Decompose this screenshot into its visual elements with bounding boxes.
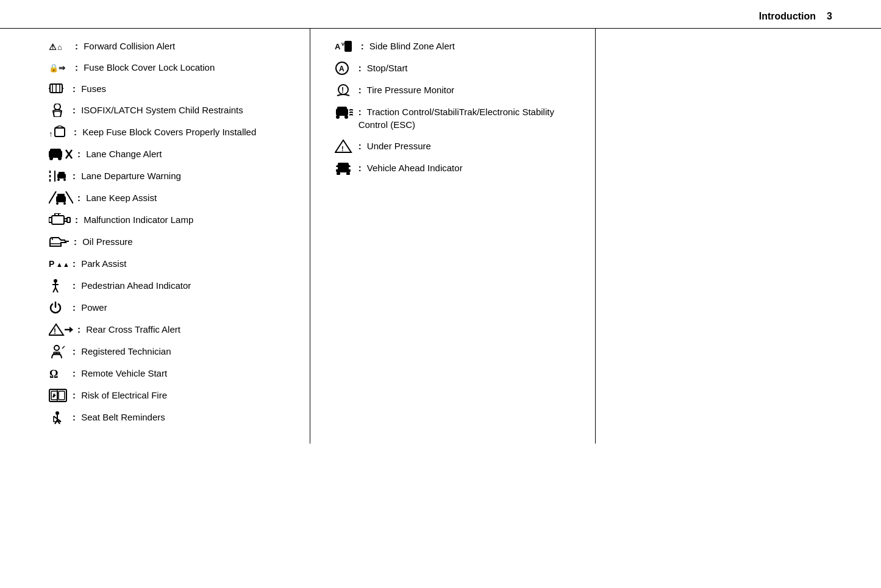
stop-start-icon: A bbox=[335, 62, 354, 75]
list-item: : Lane Departure Warning bbox=[49, 169, 291, 183]
oil-pressure-label: : Oil Pressure bbox=[74, 235, 133, 248]
tire-pressure-icon: ! bbox=[335, 83, 354, 97]
list-item: ! : Rear Cross Traffic Alert bbox=[49, 323, 291, 336]
svg-line-49 bbox=[62, 346, 65, 349]
svg-text:⇒: ⇒ bbox=[59, 63, 65, 73]
remote-start-label: : Remote Vehicle Start bbox=[73, 367, 167, 380]
oil-pressure-icon bbox=[49, 235, 70, 249]
page: Introduction 3 ⚠ ⌂ : Forward Collision A… bbox=[0, 0, 881, 588]
traction-control-label: : Traction Control/StabiliTrak/Electroni… bbox=[358, 105, 577, 131]
list-item: : Vehicle Ahead Indicator bbox=[335, 161, 577, 175]
list-item: : Pedestrian Ahead Indicator bbox=[49, 279, 291, 292]
list-item: : Fuses bbox=[49, 82, 291, 95]
pedestrian-label: : Pedestrian Ahead Indicator bbox=[73, 279, 191, 292]
malfunction-indicator-label: : Malfunction Indicator Lamp bbox=[75, 213, 193, 226]
svg-point-67 bbox=[336, 115, 340, 119]
power-label: : Power bbox=[73, 301, 107, 314]
svg-point-68 bbox=[344, 115, 348, 119]
svg-rect-76 bbox=[335, 167, 338, 169]
svg-text:!: ! bbox=[341, 145, 344, 152]
svg-rect-66 bbox=[337, 107, 347, 111]
svg-text:↑: ↑ bbox=[49, 129, 53, 138]
electrical-fire-label: : Risk of Electrical Fire bbox=[73, 389, 167, 402]
stop-start-label: : Stop/Start bbox=[358, 62, 408, 74]
power-icon bbox=[49, 301, 68, 314]
svg-text:Ω: Ω bbox=[49, 368, 58, 380]
right-column: A ν : Side Blind Zone Alert A : Stop/Sta… bbox=[310, 29, 596, 444]
list-item: ↑ : Keep Fuse Block Covers Properly Inst… bbox=[49, 126, 291, 139]
svg-point-30 bbox=[56, 202, 59, 205]
svg-text:▲▲▲: ▲▲▲ bbox=[56, 261, 68, 268]
svg-point-42 bbox=[54, 279, 57, 283]
svg-text:A: A bbox=[335, 42, 341, 51]
svg-text:ν: ν bbox=[341, 41, 344, 47]
empty-column bbox=[596, 29, 881, 444]
vehicle-ahead-icon bbox=[335, 161, 354, 175]
svg-marker-43 bbox=[49, 324, 63, 335]
svg-point-10 bbox=[54, 104, 60, 110]
list-item: P ▲▲▲ : Park Assist bbox=[49, 257, 291, 271]
left-column: ⚠ ⌂ : Forward Collision Alert 🔒 ⇒ : Fuse… bbox=[0, 29, 310, 444]
content: ⚠ ⌂ : Forward Collision Alert 🔒 ⇒ : Fuse… bbox=[0, 29, 881, 444]
list-item: Ω : Remote Vehicle Start bbox=[49, 367, 291, 380]
list-item: : ISOFIX/LATCH System Child Restraints bbox=[49, 104, 291, 117]
lane-departure-icon bbox=[49, 169, 68, 183]
forward-collision-label: : Forward Collision Alert bbox=[75, 40, 175, 52]
under-pressure-icon: ! bbox=[335, 140, 354, 153]
list-item: A : Stop/Start bbox=[335, 62, 577, 75]
svg-text:!: ! bbox=[54, 327, 56, 336]
seat-belt-label: : Seat Belt Reminders bbox=[73, 411, 165, 423]
svg-point-57 bbox=[55, 411, 59, 415]
header-title: Introduction bbox=[759, 11, 816, 22]
lane-keep-label: : Lane Keep Assist bbox=[77, 191, 157, 204]
tire-pressure-label: : Tire Pressure Monitor bbox=[358, 83, 455, 96]
park-assist-icon: P ▲▲▲ bbox=[49, 257, 68, 271]
list-item: : Lane Keep Assist bbox=[49, 191, 291, 205]
list-item: ⚠ ⌂ : Forward Collision Alert bbox=[49, 40, 291, 52]
list-item: 🔒 ⇒ : Fuse Block Cover Lock Location bbox=[49, 61, 291, 74]
registered-tech-label: : Registered Technician bbox=[73, 345, 171, 358]
lane-change-label: : Lane Change Alert bbox=[77, 147, 162, 160]
list-item: : Malfunction Indicator Lamp bbox=[49, 213, 291, 227]
svg-point-24 bbox=[57, 179, 60, 181]
list-item: ! : Under Pressure bbox=[335, 140, 577, 153]
svg-rect-12 bbox=[55, 128, 65, 136]
list-item: : Seat Belt Reminders bbox=[49, 411, 291, 424]
svg-text:P: P bbox=[49, 259, 54, 269]
list-item: ! : Tire Pressure Monitor bbox=[335, 83, 577, 97]
list-item: A ν : Side Blind Zone Alert bbox=[335, 40, 577, 53]
lane-keep-icon bbox=[49, 191, 73, 205]
registered-tech-icon bbox=[49, 345, 68, 358]
rear-cross-label: : Rear Cross Traffic Alert bbox=[77, 323, 180, 336]
svg-rect-53 bbox=[59, 391, 65, 400]
svg-rect-72 bbox=[338, 163, 349, 168]
svg-line-27 bbox=[66, 191, 73, 204]
svg-rect-75 bbox=[349, 167, 351, 169]
keep-fuse-label: : Keep Fuse Block Covers Properly Instal… bbox=[74, 126, 256, 138]
rear-cross-icon: ! bbox=[49, 323, 73, 336]
list-item: : Registered Technician bbox=[49, 345, 291, 358]
svg-point-25 bbox=[63, 179, 66, 181]
forward-collision-icon: ⚠ ⌂ bbox=[49, 40, 71, 52]
keep-fuse-icon: ↑ bbox=[49, 126, 70, 139]
header-page: 3 bbox=[827, 11, 832, 22]
svg-point-17 bbox=[58, 157, 62, 160]
malfunction-indicator-icon bbox=[49, 213, 71, 227]
svg-text:🔒: 🔒 bbox=[49, 63, 59, 73]
svg-text:A: A bbox=[339, 65, 344, 73]
header: Introduction 3 bbox=[0, 0, 881, 29]
fuses-label: : Fuses bbox=[73, 82, 106, 95]
pedestrian-icon bbox=[49, 279, 68, 292]
svg-text:⚠: ⚠ bbox=[49, 42, 57, 52]
fuse-block-lock-label: : Fuse Block Cover Lock Location bbox=[75, 61, 215, 74]
svg-line-26 bbox=[49, 191, 56, 204]
list-item: : Power bbox=[49, 301, 291, 314]
svg-rect-29 bbox=[57, 194, 65, 197]
lane-change-icon bbox=[49, 147, 73, 161]
svg-marker-46 bbox=[70, 327, 73, 333]
under-pressure-label: : Under Pressure bbox=[358, 140, 431, 152]
isofix-icon bbox=[49, 104, 68, 117]
list-item: : Risk of Electrical Fire bbox=[49, 389, 291, 402]
list-item: : Traction Control/StabiliTrak/Electroni… bbox=[335, 105, 577, 131]
svg-text:!: ! bbox=[341, 86, 344, 94]
